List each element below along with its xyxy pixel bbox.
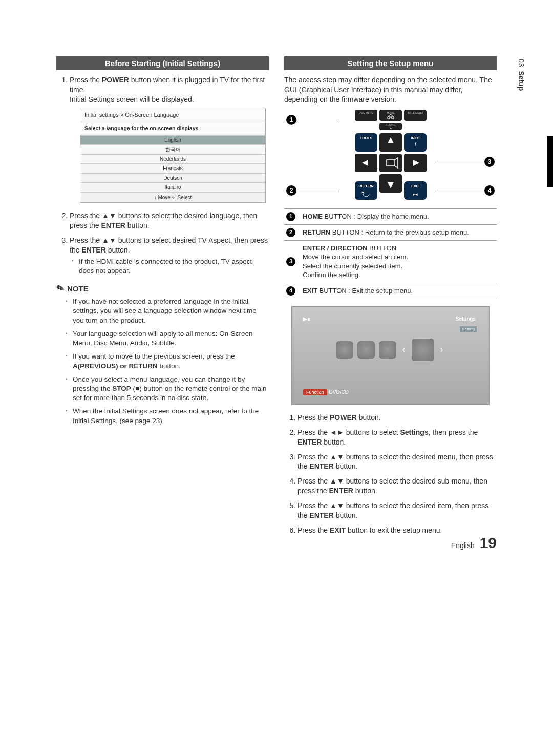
svg-text:EXIT: EXIT [411,184,419,188]
menu-icon [336,341,353,359]
page-footer: English 19 [451,534,497,552]
language-selection-box: Initial settings > On-Screen Language Se… [80,108,266,203]
svg-text:▸◂: ▸◂ [413,192,418,197]
setup-step: Press the ▲▼ buttons to select the desir… [297,476,497,496]
svg-text:HOME: HOME [387,111,395,114]
tv-tooltip: Setting [460,326,477,332]
row-num-icon: 4 [286,286,295,296]
svg-text:TITLE MENU: TITLE MENU [408,111,423,114]
callout-4: 4 [484,185,495,196]
side-tab-marker [547,136,553,187]
footer-page-number: 19 [480,534,497,551]
callout-2: 2 [286,185,296,196]
row-num-icon: 2 [286,228,295,237]
lang-option: English [80,135,265,145]
notes-list: If you have not selected a preferred lan… [56,297,269,426]
setup-step: Press the ▲▼ buttons to select the desir… [297,501,497,520]
footer-language: English [451,541,475,550]
lang-list: English 한국어 Nederlands Français Deutsch … [80,135,265,192]
function-chip: Function [303,389,327,395]
tv-home-screen: ▶∎ Settings Setting ‹ › FunctionDVD/CD [291,306,490,405]
table-row: 4 EXIT BUTTON : Exit the setup menu. [284,283,497,299]
menu-icon [379,341,396,359]
note-item: When the Initial Settings screen does no… [66,407,269,425]
lang-footer-hint: ↕ Move ⏎ Select [80,192,265,203]
table-row: 3 ENTER / DIRECTION BUTTON Move the curs… [284,240,497,283]
setup-step: Press the POWER button. [297,413,497,423]
lang-option: 한국어 [80,144,265,154]
initial-steps-list: Press the POWER button when it is plugge… [56,75,269,276]
tv-function-row: FunctionDVD/CD [303,389,349,395]
row-num-icon: 1 [286,212,295,221]
step-1: Press the POWER button when it is plugge… [70,75,269,203]
svg-text:TOOLS: TOOLS [360,136,372,140]
remote-button-table: 1 HOME BUTTON : Display the home menu. 2… [284,208,497,299]
step-2: Press the ▲▼ buttons to select the desir… [70,211,269,230]
pencil-icon: ✎ [55,282,66,295]
remote-diagram: 1 2 3 4 DISC MENU HOME TITLE MENU TUNING… [284,110,497,204]
left-section-header: Before Starting (Initial Settings) [56,56,269,70]
table-row: 1 HOME BUTTON : Display the home menu. [284,208,497,224]
left-column: Before Starting (Initial Settings) Press… [56,56,269,541]
setup-step: Press the ◄► buttons to select Settings,… [297,428,497,447]
side-section-text: Setup [517,71,525,91]
row-num-icon: 3 [286,257,295,266]
right-column: Setting the Setup menu The access step m… [284,56,497,541]
setup-step: Press the ▲▼ buttons to select the desir… [297,452,497,472]
lang-option: Deutsch [80,173,265,183]
note-item: Once you select a menu language, you can… [66,375,269,403]
note-item: Your language selection will apply to al… [66,329,269,348]
tv-playback-icon: ▶∎ [303,316,310,322]
chevron-right-icon: › [438,344,445,355]
side-section-number: 03 [517,59,525,67]
svg-text:DISC MENU: DISC MENU [358,111,373,114]
setup-steps-list: Press the POWER button. Press the ◄► but… [284,413,497,535]
side-section-label: 03 Setup [517,59,525,91]
table-row: 2 RETURN BUTTON : Return to the previous… [284,224,497,240]
tv-settings-label: Settings [456,316,476,322]
tv-icon-row: ‹ › [292,339,489,361]
note-item: If you have not selected a preferred lan… [66,297,269,325]
chevron-left-icon: ‹ [400,344,408,355]
right-section-header: Setting the Setup menu [284,56,497,70]
lang-option: Italiano [80,182,265,192]
lang-option: Français [80,163,265,173]
manual-page: 03 Setup Before Starting (Initial Settin… [0,0,553,572]
svg-rect-20 [379,154,402,172]
svg-text:RETURN: RETURN [358,184,373,188]
callout-3: 3 [484,157,495,167]
svg-text:∧: ∧ [390,127,392,130]
step-3-note: If the HDMI cable is connected to the pr… [72,257,269,276]
svg-text:INFO: INFO [411,136,419,140]
lang-prompt: Select a language for the on-screen disp… [80,122,265,135]
lang-breadcrumb: Initial settings > On-Screen Language [80,108,265,122]
remote-svg: DISC MENU HOME TITLE MENU TUNING∧ TOOLS … [345,110,437,204]
menu-icon [357,341,375,359]
callout-1: 1 [286,115,296,125]
settings-gear-icon [412,339,434,361]
step-3: Press the ▲▼ buttons to select desired T… [70,236,269,276]
note-item: If you want to move to the previous scre… [66,352,269,370]
right-intro: The access step may differ depending on … [284,75,497,104]
lang-option: Nederlands [80,154,265,164]
note-heading: ✎ NOTE [56,283,269,294]
